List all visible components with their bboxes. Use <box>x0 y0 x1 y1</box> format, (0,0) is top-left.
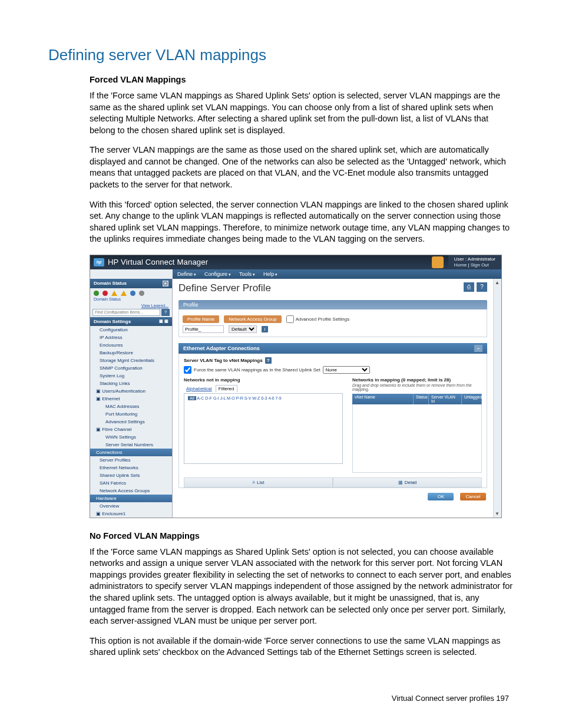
app-topbar: hp HP Virtual Connect Manager User : Adm… <box>90 255 501 269</box>
user-info: User : Administrator Home | Sign Out <box>448 255 501 269</box>
status-warning-icon <box>111 291 117 296</box>
status-error-icon <box>103 291 108 296</box>
sidebar-item-enclosure[interactable]: ▣ Enclosure1 <box>90 510 172 518</box>
body-paragraph: The server VLAN mappings are the same as… <box>90 144 514 190</box>
vlan-mapping-title: Server VLAN Tag to vNet Mappings ? <box>184 357 482 364</box>
advanced-checkbox-input[interactable] <box>286 315 294 323</box>
nag-select[interactable]: Default <box>229 325 257 333</box>
sidebar-item[interactable]: Shared Uplink Sets <box>90 472 172 479</box>
section-heading-no-forced: No Forced VLAN Mappings <box>90 531 514 541</box>
status-left-label: Domain Status <box>94 297 121 301</box>
view-legend-link[interactable]: View Legend... <box>90 304 172 308</box>
menu-configure[interactable]: Configure <box>204 271 231 277</box>
collapse-icon[interactable]: ▢ <box>163 281 168 286</box>
shared-uplink-select[interactable]: None <box>323 366 370 374</box>
advanced-checkbox[interactable]: Advanced Profile Settings <box>286 315 350 323</box>
detail-view-button[interactable]: ▦Detail <box>333 477 482 487</box>
sidebar-item-connections[interactable]: Connections <box>90 449 172 456</box>
sidebar-item[interactable]: SNMP Configuration <box>90 364 172 372</box>
col-vnet-name: vNet Name <box>352 394 414 404</box>
alpha-all[interactable]: All <box>188 396 196 400</box>
sidebar-item[interactable]: Overview <box>90 502 172 510</box>
tab-alphabetical[interactable]: Alphabetical <box>184 386 214 392</box>
cancel-button[interactable]: Cancel <box>460 493 486 500</box>
main-title: Define Server Profile <box>178 282 487 294</box>
sidebar-item[interactable]: Storage Mgmt Credentials <box>90 357 172 364</box>
sidebar-item[interactable]: IP Address <box>90 334 172 341</box>
alpha-range[interactable]: 7-9 <box>276 396 282 400</box>
sidebar-item[interactable]: Server Serial Numbers <box>90 441 172 449</box>
networks-mapped-hint: Drag and drop networks to include them o… <box>352 383 482 391</box>
app-title: HP Virtual Connect Manager <box>108 258 432 266</box>
sidebar-item[interactable]: MAC Addresses <box>90 403 172 410</box>
menu-define[interactable]: Define <box>177 271 196 277</box>
networks-mapped-title: Networks in mapping (0 mapped; limit is … <box>352 377 482 383</box>
status-icons <box>90 288 172 297</box>
menu-tools[interactable]: Tools <box>239 271 255 277</box>
sidebar: Domain Status ▢ Domain Status View Legen… <box>90 279 173 518</box>
alpha-range[interactable]: P-R <box>236 396 243 400</box>
sidebar-item[interactable]: SAN Fabrics <box>90 479 172 487</box>
sidebar-item[interactable]: WWN Settings <box>90 433 172 441</box>
print-icon[interactable]: ⎙ <box>464 282 474 292</box>
sidebar-item[interactable]: System Log <box>90 372 172 380</box>
hp-logo-icon: hp <box>94 258 104 266</box>
profile-name-input[interactable] <box>183 325 224 333</box>
sidebar-item[interactable]: Advanced Settings <box>90 418 172 426</box>
alpha-filter: All A-C D-F G-I J-L M-O P-R S-V W-Z 0- <box>188 396 339 400</box>
body-paragraph: This option is not available if the doma… <box>90 635 514 658</box>
col-server-vlan-id: Server VLAN Id <box>429 394 462 404</box>
sidebar-item[interactable]: Backup/Restore <box>90 349 172 357</box>
sidebar-item[interactable]: Port Monitoring <box>90 410 172 418</box>
search-input[interactable] <box>92 309 160 316</box>
ok-button[interactable]: OK <box>428 493 454 500</box>
alpha-range[interactable]: S-V <box>244 396 252 400</box>
sidebar-item-ethernet[interactable]: ▣ Ethernet <box>90 395 172 403</box>
sidebar-item-fibre[interactable]: ▣ Fibre Channel <box>90 426 172 433</box>
status-warning-icon <box>121 291 127 296</box>
alpha-range[interactable]: M-O <box>227 396 235 400</box>
help-icon[interactable]: ? <box>477 282 487 292</box>
alpha-range[interactable]: J-L <box>220 396 226 400</box>
help-icon[interactable]: ? <box>265 357 272 364</box>
signout-link[interactable]: Sign Out <box>471 262 489 268</box>
col-untagged: Untagged <box>462 394 482 404</box>
alpha-range[interactable]: 4-6 <box>268 396 274 400</box>
mapping-grid-body[interactable] <box>352 404 482 473</box>
profile-name-label: Profile Name <box>183 315 219 323</box>
alpha-range[interactable]: D-F <box>205 396 212 400</box>
alpha-range[interactable]: A-C <box>197 396 204 400</box>
alpha-range[interactable]: G-I <box>213 396 219 400</box>
sidebar-item[interactable]: Network Access Groups <box>90 487 172 495</box>
collapse-icon[interactable]: – <box>474 345 482 352</box>
alpha-range[interactable]: W-Z <box>252 396 260 400</box>
sidebar-item[interactable]: Enclosures <box>90 341 172 349</box>
tab-filtered[interactable]: Filtered <box>216 385 237 392</box>
sidebar-item[interactable]: Stacking Links <box>90 380 172 387</box>
menu-help[interactable]: Help <box>263 271 277 277</box>
body-paragraph: With this 'forced' option selected, the … <box>90 199 514 245</box>
status-info-icon <box>130 291 135 296</box>
body-paragraph: If the 'Force same VLAN mappings as Shar… <box>90 546 514 627</box>
sidebar-item[interactable]: Ethernet Networks <box>90 464 172 472</box>
alpha-range[interactable]: 0-3 <box>261 396 267 400</box>
help-icon[interactable]: i <box>262 326 268 332</box>
home-link[interactable]: Home <box>454 262 467 268</box>
sidebar-item[interactable]: Server Profiles <box>90 456 172 464</box>
sidebar-item[interactable]: Configuration <box>90 326 172 334</box>
sidebar-item-hardware[interactable]: Hardware <box>90 495 172 502</box>
body-paragraph: If the 'Force same VLAN mappings as Shar… <box>90 90 514 136</box>
section-heading-forced: Forced VLAN Mappings <box>90 75 514 84</box>
header-icons[interactable]: ▣ ▣ <box>159 319 168 324</box>
mapping-grid-header: vNet Name Status Server VLAN Id Untagged <box>352 394 482 404</box>
status-ok-icon <box>94 291 99 296</box>
profile-panel-header: Profile <box>178 300 487 309</box>
force-vlan-checkbox[interactable] <box>184 366 191 374</box>
nag-label: Network Access Group <box>224 315 281 323</box>
list-view-button[interactable]: ≡List <box>184 477 333 487</box>
networks-not-mapped-title: Networks not in mapping <box>184 377 343 383</box>
sidebar-item-users[interactable]: ▣ Users/Authentication <box>90 387 172 395</box>
scrollbar[interactable] <box>493 279 501 518</box>
status-unknown-icon <box>139 291 144 296</box>
search-go-icon[interactable]: ? <box>161 309 170 316</box>
